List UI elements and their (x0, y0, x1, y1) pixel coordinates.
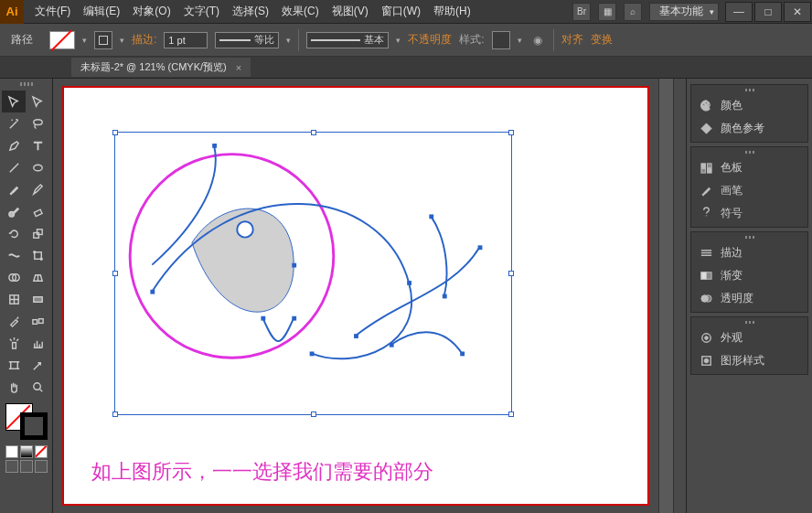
collapsed-dock[interactable] (673, 79, 686, 513)
profile-caret-icon[interactable]: ▾ (396, 36, 401, 45)
app-logo: Ai (0, 0, 24, 24)
profile-dropdown[interactable]: 基本 (306, 32, 389, 48)
handle-bot-right[interactable] (508, 411, 514, 417)
draw-inside[interactable] (35, 460, 48, 473)
handle-left-mid[interactable] (112, 271, 118, 276)
draw-normal[interactable] (5, 460, 18, 473)
handle-bot-left[interactable] (112, 411, 118, 417)
tool-slice[interactable] (27, 354, 50, 376)
minimize-button[interactable]: — (725, 2, 753, 22)
tool-blend[interactable] (27, 310, 50, 332)
menu-view[interactable]: 视图(V) (326, 0, 374, 23)
stroke-label[interactable]: 描边: (132, 32, 156, 48)
tool-pencil[interactable] (27, 178, 50, 200)
window-controls: — □ ✕ (724, 0, 812, 24)
handle-top-mid[interactable] (311, 130, 316, 135)
tool-pen[interactable] (2, 134, 26, 156)
close-button[interactable]: ✕ (784, 2, 811, 22)
menu-type[interactable]: 文字(T) (178, 0, 225, 23)
workspace-switcher[interactable]: 基本功能 (649, 3, 719, 21)
panel-brushes[interactable]: 画笔 (691, 179, 807, 202)
tab-close-icon[interactable]: × (236, 62, 241, 73)
fill-stroke-control[interactable] (4, 401, 49, 442)
tool-graph[interactable] (27, 332, 50, 354)
tool-shape[interactable] (27, 156, 50, 178)
svg-point-17 (34, 382, 41, 390)
handle-top-left[interactable] (112, 130, 118, 135)
panel-transparency[interactable]: 透明度 (691, 287, 807, 310)
toolbox-grip[interactable] (2, 82, 50, 88)
tool-blob-brush[interactable] (2, 200, 26, 222)
tool-brush[interactable] (2, 178, 26, 200)
tool-lasso[interactable] (27, 112, 50, 134)
fill-dropdown-icon[interactable]: ▾ (82, 36, 87, 45)
mode-gradient[interactable] (20, 445, 33, 458)
tool-eraser[interactable] (27, 200, 50, 222)
svg-rect-3 (34, 209, 42, 216)
panel-symbols[interactable]: 符号 (691, 202, 807, 225)
draw-behind[interactable] (20, 460, 33, 473)
tool-gradient[interactable] (27, 288, 50, 310)
svg-rect-5 (37, 229, 43, 234)
panel-group-stroke: 描边 渐变 透明度 (690, 231, 808, 313)
tool-type[interactable] (27, 134, 50, 156)
mode-none[interactable] (35, 445, 48, 458)
stroke-weight-input[interactable] (164, 32, 208, 48)
menu-help[interactable]: 帮助(H) (428, 0, 476, 23)
tool-hand[interactable] (2, 376, 26, 398)
panel-color[interactable]: 颜色 (691, 94, 807, 117)
fill-swatch[interactable] (49, 31, 75, 49)
tool-width[interactable] (2, 244, 26, 266)
dash-caret-icon[interactable]: ▾ (286, 36, 291, 45)
menu-window[interactable]: 窗口(W) (376, 0, 426, 23)
menu-object[interactable]: 对象(O) (127, 0, 176, 23)
panel-appearance[interactable]: 外观 (691, 326, 807, 349)
menu-edit[interactable]: 编辑(E) (78, 0, 125, 23)
mode-color[interactable] (5, 445, 18, 458)
stroke-dropdown-icon[interactable]: ▾ (120, 36, 124, 45)
panel-gradient[interactable]: 渐变 (691, 264, 807, 287)
transform-label[interactable]: 变换 (591, 32, 613, 48)
handle-bot-mid[interactable] (311, 411, 316, 417)
palette-icon (699, 99, 713, 113)
tool-symbol-spray[interactable] (2, 332, 26, 354)
bridge-icon[interactable]: Br (572, 3, 591, 21)
style-swatch[interactable] (492, 31, 510, 49)
tool-zoom[interactable] (27, 376, 50, 398)
document-tab[interactable]: 未标题-2* @ 121% (CMYK/预览) × (71, 58, 251, 77)
dash-dropdown[interactable]: 等比 (215, 32, 279, 48)
tool-selection[interactable] (2, 91, 26, 112)
panel-swatches[interactable]: 色板 (691, 156, 807, 179)
panel-color-guide[interactable]: 颜色参考 (691, 117, 807, 140)
tool-line[interactable] (2, 156, 26, 178)
tool-scale[interactable] (27, 222, 50, 244)
arrange-docs-icon[interactable]: ▦ (598, 3, 616, 21)
tool-eyedropper[interactable] (2, 310, 26, 332)
panel-stroke[interactable]: 描边 (691, 241, 807, 264)
tool-direct-select[interactable] (27, 91, 50, 112)
artboard[interactable]: 如上图所示，一一选择我们需要的部分 (62, 86, 649, 506)
opacity-label[interactable]: 不透明度 (408, 32, 452, 48)
gradient-icon (699, 269, 713, 283)
handle-top-right[interactable] (508, 130, 514, 135)
panel-graphic-styles[interactable]: 图形样式 (691, 349, 807, 372)
tool-rotate[interactable] (2, 222, 26, 244)
handle-right-mid[interactable] (508, 271, 514, 276)
recolor-icon[interactable]: ◉ (529, 32, 546, 48)
search-icon[interactable]: ⌕ (624, 3, 642, 21)
menu-file[interactable]: 文件(F) (29, 0, 76, 23)
menu-select[interactable]: 选择(S) (227, 0, 274, 23)
stroke-swatch[interactable] (94, 31, 112, 49)
tool-free-transform[interactable] (27, 244, 50, 266)
tool-shape-builder[interactable] (2, 266, 26, 288)
selection-bounding-box[interactable] (114, 132, 512, 415)
vertical-scrollbar[interactable] (658, 79, 673, 513)
style-caret-icon[interactable]: ▾ (518, 36, 522, 45)
menu-effect[interactable]: 效果(C) (276, 0, 325, 23)
tool-artboard[interactable] (2, 354, 26, 376)
maximize-button[interactable]: □ (754, 2, 782, 22)
tool-perspective[interactable] (27, 266, 50, 288)
align-label[interactable]: 对齐 (561, 32, 583, 48)
tool-mesh[interactable] (2, 288, 26, 310)
tool-magic-wand[interactable] (2, 112, 26, 134)
